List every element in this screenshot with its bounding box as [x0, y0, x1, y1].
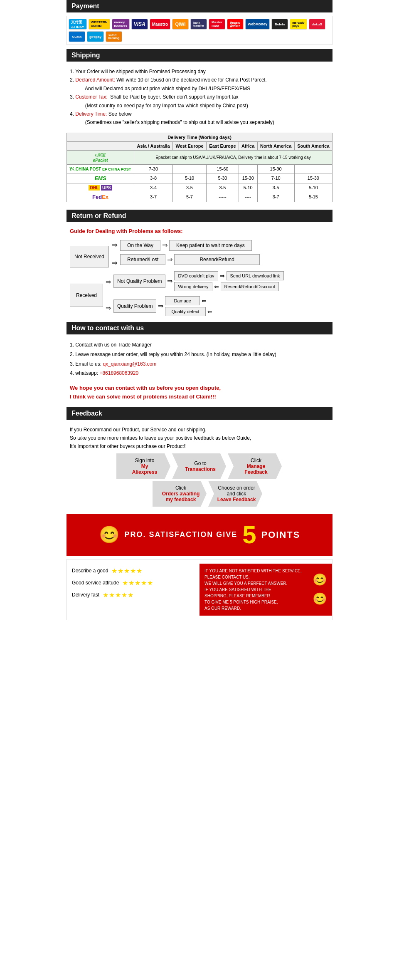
logo-mastercard: MasterCard — [209, 19, 225, 30]
step-leave-feedback: Choose on orderand clickLeave Feedback — [208, 481, 262, 507]
china-post-asia: 7-30 — [134, 164, 173, 173]
shipping-line-1: 1. Your Order will be shipped within Pro… — [70, 67, 329, 76]
contact-bold-message: We hope you can contact with us before y… — [66, 381, 332, 403]
dhl-west: 3-5 — [173, 183, 207, 192]
china-post-row: ï¼‚CHINA POST EF CHINA POST 7-30 15-60 1… — [67, 164, 332, 173]
logo-giropay: giropay — [87, 31, 104, 42]
col-north-america: North America — [257, 141, 294, 150]
not-quality-problem-box: Not Quality Problem — [113, 275, 165, 288]
shipping-line-2: 2. Declared Amount: Will write 10 or 15u… — [70, 76, 329, 93]
dhl-north: 3-5 — [257, 183, 294, 192]
col-asia: Asia / Australia — [134, 141, 173, 150]
quality-defect-box: Quality defect — [165, 307, 205, 316]
fedex-north: 3-7 — [257, 192, 294, 202]
dhl-east: 3-5 — [206, 183, 239, 192]
dhl-africa: 5-10 — [239, 183, 257, 192]
shipping-line-3: 3. Customer Tax: Shall be Paid by buyer.… — [70, 93, 329, 110]
ems-logo: EMS — [67, 173, 134, 183]
fedex-row: FedEx 3-7 5-7 ----- ---- 3-7 5-15 — [67, 192, 332, 202]
step-go-to: Go toTransactions — [172, 453, 226, 479]
flow-diagram: Not Received ⇒ ⇒ On the Way ⇒ Keep patie… — [66, 238, 332, 318]
ratings-section: Describe a good ★★★★★ Good service attit… — [66, 559, 332, 620]
ratings-right-inner: IF YOU ARE NOT SATISFIED WITH THE SERVIC… — [204, 568, 327, 611]
china-post-east: 15-60 — [206, 164, 239, 173]
ems-south: 15-30 — [294, 173, 332, 183]
rating-describe: Describe a good ★★★★★ — [72, 567, 195, 575]
fedex-south: 5-15 — [294, 192, 332, 202]
logo-bank: banktransfer — [190, 19, 207, 30]
ratings-right: IF YOU ARE NOT SATISFIED WITH THE SERVIC… — [200, 564, 332, 616]
logo-sofort: sofortbanking — [106, 31, 122, 42]
customer-tax-label: Customer Tax: — [75, 94, 107, 100]
rating-service-label: Good service attitude — [72, 580, 119, 586]
logo-yandex: ЯндексДеньги — [227, 19, 244, 30]
logo-gcash: GCash — [69, 31, 85, 42]
logo-doku: dokuS — [309, 19, 325, 30]
logo-moneybookers: moneybookers — [112, 19, 130, 30]
logo-wu: WESTERNUNION — [89, 19, 110, 30]
contact-section: How to contact with us 1. Contact with u… — [66, 322, 332, 407]
fedex-asia: 3-7 — [134, 192, 173, 202]
epacket-logo: e邮宝ePacket — [67, 150, 134, 164]
rating-service-stars: ★★★★★ — [122, 579, 153, 587]
contact-line-4: 4. whatsapp: +8618968063920 — [70, 369, 329, 378]
feedback-steps-row2: ClickOrders awaitingmy feedback Choose o… — [66, 481, 332, 507]
ratings-right-text: IF YOU ARE NOT SATISFIED WITH THE SERVIC… — [204, 568, 309, 611]
rating-delivery-label: Delivery fast — [72, 592, 99, 598]
epacket-row: e邮宝ePacket Epacket can ship to USA/AU/UK… — [67, 150, 332, 164]
col-east-europe: East Europe — [206, 141, 239, 150]
rating-service: Good service attitude ★★★★★ — [72, 579, 195, 587]
damage-box: Damage — [165, 296, 200, 305]
ems-africa: 15-30 — [239, 173, 257, 183]
send-url-box: Send URL download link — [227, 271, 284, 280]
fedex-west: 5-7 — [173, 192, 207, 202]
feedback-section: Feedback If you Recommand our Product, o… — [66, 407, 332, 511]
satisfaction-banner: 😊 PRO. SATISFACTION GIVE 5 POINTS — [66, 514, 332, 556]
step-orders-awaiting: ClickOrders awaitingmy feedback — [153, 481, 207, 507]
shipping-text: 1. Your Order will be shipped within Pro… — [66, 65, 332, 129]
col-south-america: South America — [294, 141, 332, 150]
epacket-note: Epacket can ship to USA/AU/UK/FR/UA/CA, … — [134, 150, 332, 164]
ems-north: 7-10 — [257, 173, 294, 183]
china-post-west — [173, 164, 207, 173]
ems-west: 5-10 — [173, 173, 207, 183]
keep-patient-box: Keep patient to wait more days — [169, 240, 252, 251]
contact-whatsapp: +8618968063920 — [99, 370, 138, 376]
declared-amount-label: Declared Amount: — [75, 77, 115, 83]
banner-text: PRO. SATISFACTION GIVE — [125, 530, 238, 539]
not-received-box: Not Received — [70, 246, 109, 267]
rating-delivery-stars: ★★★★★ — [103, 591, 134, 599]
shipping-section: Shipping 1. Your Order will be shipped w… — [66, 49, 332, 210]
rating-delivery: Delivery fast ★★★★★ — [72, 591, 195, 599]
dhl-logo: DHL UPS — [67, 183, 134, 192]
delivery-table-title: Delivery Time (Working days) — [67, 133, 332, 141]
step-click-manage: ClickManageFeedback — [228, 453, 282, 479]
china-post-south — [294, 164, 332, 173]
received-box: Received — [70, 284, 103, 307]
col-carrier — [67, 141, 134, 150]
resend-refund-discount-box: Resend/Refund/Discount — [221, 282, 279, 291]
feedback-steps-row1: Sign intoMyAliexpress Go toTransactions … — [66, 453, 332, 479]
returned-lost-box: Returned/Lost — [120, 254, 165, 265]
on-the-way-box: On the Way — [120, 240, 160, 251]
rating-describe-label: Describe a good — [72, 568, 108, 574]
china-post-north: 15-90 — [257, 164, 294, 173]
shipping-line-4: 4. Delivery Time: See below (Sometimes u… — [70, 110, 329, 127]
fedex-logo: FedEx — [67, 192, 134, 202]
banner-points: POINTS — [261, 530, 300, 540]
delivery-table: Delivery Time (Working days) Asia / Aust… — [66, 133, 332, 202]
contact-email: qx_qianxiang@163.com — [103, 361, 156, 367]
ems-row: EMS 3-8 5-10 5-30 15-30 7-10 15-30 — [67, 173, 332, 183]
ems-east: 5-30 — [206, 173, 239, 183]
resend-refund-box: Resend/Refund — [174, 254, 259, 265]
logo-qiwi: QIWI — [172, 19, 189, 30]
fedex-east: ----- — [206, 192, 239, 202]
wrong-delivery-box: Wrong delivery — [174, 282, 212, 291]
logo-webmoney: WebMoney — [245, 19, 270, 30]
contact-header: How to contact with us — [66, 322, 332, 334]
guide-title: Guide for Dealing with Problems as follo… — [66, 225, 332, 238]
refund-header: Return or Refund — [66, 210, 332, 222]
payment-section: Payment 支付宝ALIPAY WESTERNUNION moneybook… — [66, 0, 332, 49]
logo-alipay: 支付宝ALIPAY — [69, 19, 87, 30]
logo-boleto: Boleto — [271, 19, 288, 30]
